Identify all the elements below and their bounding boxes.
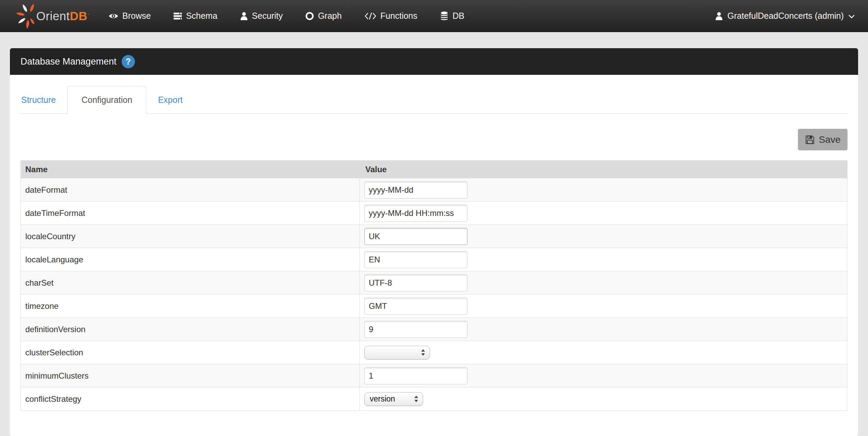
table-row: definitionVersion	[21, 318, 847, 341]
config-value-input[interactable]	[364, 228, 467, 245]
save-icon	[805, 135, 815, 145]
table-row: clusterSelection	[21, 341, 847, 364]
nav-item-browse[interactable]: Browse	[108, 0, 162, 32]
column-header-name: Name	[21, 161, 360, 178]
config-value-input[interactable]	[364, 367, 467, 384]
code-icon	[364, 12, 377, 20]
config-table-body: dateFormatdateTimeFormatlocaleCountryloc…	[21, 178, 847, 411]
orientdb-logo[interactable]: OrientDB·	[12, 0, 97, 32]
tab-bar: Structure Configuration Export	[21, 86, 847, 114]
user-menu[interactable]: GratefulDeadConcerts (admin)	[714, 0, 856, 32]
configuration-table: Name Value dateFormatdateTimeFormatlocal…	[21, 160, 847, 411]
nav-item-label: Functions	[380, 11, 417, 21]
nav-item-label: Graph	[318, 11, 341, 21]
config-name-label: charSet	[25, 278, 54, 287]
nav-item-label: Security	[252, 11, 283, 21]
config-value-cell	[360, 248, 847, 271]
save-button[interactable]: Save	[798, 129, 847, 150]
config-name-label: clusterSelection	[25, 348, 83, 357]
config-value-input[interactable]	[364, 205, 467, 222]
config-value-input[interactable]	[364, 298, 467, 315]
nav-item-label: Schema	[186, 11, 217, 21]
tab-structure[interactable]: Structure	[21, 86, 67, 113]
config-value-input[interactable]	[364, 251, 467, 268]
config-value-input[interactable]	[364, 181, 467, 199]
nav-item-db[interactable]: DB	[429, 0, 476, 32]
config-value-cell	[360, 341, 847, 364]
config-value-input[interactable]	[364, 274, 467, 291]
column-header-value: Value	[360, 161, 847, 178]
config-value-cell	[360, 202, 847, 225]
table-row: minimumClusters	[21, 364, 847, 387]
table-row: dateTimeFormat	[21, 202, 847, 225]
config-name-cell: dateFormat	[21, 178, 360, 202]
config-name-label: localeCountry	[25, 232, 76, 241]
config-name-cell: charSet	[21, 271, 360, 295]
main-menu: Browse Schema Security Graph Functions	[108, 0, 476, 32]
circle-icon	[305, 12, 314, 21]
config-value-cell	[360, 364, 847, 387]
nav-item-graph[interactable]: Graph	[294, 0, 353, 32]
tab-configuration[interactable]: Configuration	[67, 86, 146, 114]
help-icon[interactable]: ?	[122, 55, 135, 68]
config-value-cell	[360, 225, 847, 248]
table-row: localeCountry	[21, 225, 847, 248]
nav-item-label: DB	[452, 11, 464, 21]
select-arrows-icon	[421, 349, 425, 356]
page-title: Database Management	[21, 56, 117, 67]
page-container: Database Management ? Structure Configur…	[0, 32, 868, 436]
tab-export[interactable]: Export	[146, 86, 194, 113]
user-icon	[240, 12, 248, 21]
toolbar: Save	[21, 129, 847, 150]
config-name-label: minimumClusters	[25, 371, 89, 380]
config-name-cell: timezone	[21, 295, 360, 318]
config-name-cell: minimumClusters	[21, 364, 360, 387]
config-name-label: timezone	[25, 301, 58, 311]
config-name-cell: conflictStrategy	[21, 387, 360, 411]
panel-body: Structure Configuration Export Save Name…	[10, 86, 858, 411]
config-name-cell: localeCountry	[21, 225, 360, 248]
table-header-row: Name Value	[21, 161, 847, 178]
table-row: timezone	[21, 295, 847, 318]
config-name-label: conflictStrategy	[25, 394, 81, 404]
nav-item-schema[interactable]: Schema	[162, 0, 229, 32]
config-value-cell	[360, 178, 847, 202]
table-row: localeLanguage	[21, 248, 847, 271]
brand-text: OrientDB·	[36, 9, 89, 23]
config-name-cell: dateTimeFormat	[21, 202, 360, 225]
config-name-label: dateFormat	[25, 185, 67, 194]
table-row: dateFormat	[21, 178, 847, 202]
user-icon	[715, 12, 723, 21]
table-row: charSet	[21, 271, 847, 295]
config-name-cell: clusterSelection	[21, 341, 360, 364]
panel-header: Database Management ?	[10, 48, 858, 75]
nav-item-label: Browse	[122, 11, 151, 21]
config-name-label: dateTimeFormat	[25, 208, 85, 218]
top-navbar: OrientDB· Browse Schema Security Graph	[0, 0, 868, 32]
config-name-label: definitionVersion	[25, 325, 85, 334]
nav-item-functions[interactable]: Functions	[353, 0, 429, 32]
user-menu-label: GratefulDeadConcerts (admin)	[728, 11, 844, 21]
database-management-panel: Database Management ? Structure Configur…	[10, 48, 858, 436]
config-value-cell: version	[360, 387, 847, 411]
eye-icon	[108, 12, 119, 20]
config-value-select[interactable]	[364, 346, 430, 359]
config-value-cell	[360, 295, 847, 318]
database-icon	[440, 11, 449, 21]
config-name-label: localeLanguage	[25, 255, 83, 264]
save-button-label: Save	[819, 134, 841, 145]
config-name-cell: localeLanguage	[21, 248, 360, 271]
config-value-cell	[360, 271, 847, 295]
nav-item-security[interactable]: Security	[229, 0, 294, 32]
tasks-icon	[173, 12, 182, 20]
table-row: conflictStrategyversion	[21, 387, 847, 411]
select-arrows-icon	[414, 395, 419, 403]
config-value-select[interactable]: version	[364, 392, 423, 406]
config-name-cell: definitionVersion	[21, 318, 360, 341]
config-value-input[interactable]	[364, 321, 467, 338]
select-value-label: version	[370, 394, 395, 404]
chevron-down-icon	[848, 11, 855, 21]
config-value-cell	[360, 318, 847, 341]
